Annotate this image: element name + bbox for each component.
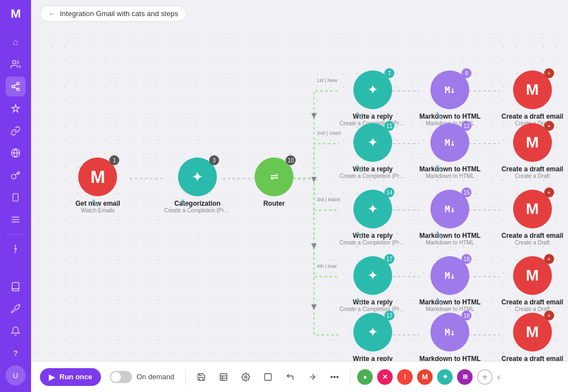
settings-icon-btn[interactable] (237, 368, 255, 386)
toolbar-ai-btn[interactable]: ✦ (437, 369, 453, 385)
node-markdown-12[interactable]: M↓ 12 Markdown to HTML Markdown to HTML … (419, 123, 481, 179)
toolbar-add-btn[interactable]: + (477, 369, 493, 385)
sidebar-item-magic[interactable] (6, 99, 26, 119)
node-write-reply-14[interactable]: ✦ 14 Write a reply Create a Completion (… (339, 190, 406, 246)
node-router[interactable]: ⇌ 10 Router (255, 157, 293, 207)
node-badge-get-email: 1 (109, 155, 119, 165)
toolbar-pink-btn[interactable]: ✕ (377, 369, 393, 385)
workflow-title: Integration Gmail with cats and steps (60, 9, 178, 18)
on-demand-toggle[interactable] (110, 371, 132, 383)
toolbar-purple-btn[interactable]: ⊞ (457, 369, 473, 385)
save-icon-btn[interactable] (192, 368, 210, 386)
node-badge-md-bot: 18 (462, 310, 471, 320)
node-write-reply-7[interactable]: ✦ 7 Write a reply Create a Completion (P… (339, 70, 406, 126)
node-draft-9[interactable]: M + Create a draft email Create a Draft (501, 70, 563, 126)
route-label-3: 3rd | Maint (315, 196, 342, 203)
svg-marker-32 (311, 304, 317, 310)
node-markdown-18[interactable]: M↓ 18 Markdown to HTML Markdown to HTML … (419, 256, 481, 312)
node-title-19: Create a draft email (501, 298, 563, 306)
node-icon-router: ⇌ 10 (255, 157, 293, 196)
node-subtitle-14: Create a Completion (Prompt) (GPT and o1… (339, 240, 406, 246)
undo-icon-btn[interactable] (281, 368, 299, 386)
toolbar-gmail-btn[interactable]: M (417, 369, 433, 385)
node-icon-markdown-12: M↓ 12 (430, 123, 469, 162)
node-draft-13[interactable]: M + Create a draft email Create a Draft (501, 123, 563, 179)
node-subtitle-13: Create a Draft (515, 173, 550, 179)
on-demand-label: On demand (136, 373, 174, 381)
run-once-label: Run once (59, 373, 92, 381)
run-once-button[interactable]: ▶ Run once (40, 368, 101, 386)
node-subtitle-15: Markdown to HTML (426, 240, 474, 246)
svg-point-3 (17, 88, 19, 91)
route-label-2: 2nd | Used (315, 130, 342, 136)
node-badge-19: + (544, 254, 554, 264)
workflow-canvas[interactable]: 1st | New 2nd | Used 3rd | Maint 4th | I… (31, 27, 568, 361)
node-write-reply-bot[interactable]: ✦ 17 Write a reply Create a Completion (… (339, 313, 406, 361)
svg-point-13 (15, 248, 17, 250)
node-title-router: Router (263, 200, 285, 207)
sidebar-item-people[interactable] (6, 54, 26, 74)
svg-point-0 (13, 60, 16, 64)
node-icon-write-reply-bot: ✦ 17 (353, 313, 392, 352)
frame-icon-btn[interactable] (259, 368, 277, 386)
sidebar-item-mobile[interactable] (6, 187, 26, 207)
node-badge-bot: 17 (384, 310, 394, 320)
node-get-email[interactable]: M 1 Get new email Watch Emails 🔧 (75, 157, 120, 213)
svg-point-37 (245, 376, 247, 378)
table-icon-btn[interactable] (215, 368, 232, 386)
node-title-9: Create a draft email (501, 113, 563, 120)
sidebar-item-book[interactable] (6, 277, 26, 297)
sidebar-item-connector[interactable] (6, 239, 26, 259)
sidebar-item-flows[interactable] (6, 77, 26, 96)
node-badge-8: 8 (462, 68, 471, 78)
node-title-md-bot: Markdown to HTML (419, 355, 481, 361)
node-subtitle-19: Create a Draft (515, 306, 550, 312)
node-draft-bot[interactable]: M + Create a draft email Create a Draft (501, 313, 563, 361)
wrench-get-email: 🔧 (91, 199, 99, 207)
node-badge-draft-bot: + (544, 310, 554, 320)
toggle-knob (111, 372, 121, 382)
back-button[interactable]: ← Integration Gmail with cats and steps (40, 6, 186, 22)
svg-line-5 (14, 84, 17, 86)
sidebar-item-key[interactable] (6, 165, 26, 185)
node-write-reply-17[interactable]: ✦ 17 Write a reply Create a Completion (… (339, 256, 406, 312)
node-markdown-8[interactable]: M↓ 8 Markdown to HTML Markdown to HTML 🔧 (419, 70, 481, 126)
node-categorization[interactable]: ✦ 3 Categorization Create a Completion (… (164, 157, 231, 213)
node-icon-markdown-18: M↓ 18 (430, 256, 469, 295)
node-subtitle-16: Create a Draft (515, 240, 550, 246)
auto-layout-btn[interactable] (303, 368, 321, 386)
sidebar-item-stack[interactable] (6, 210, 26, 230)
sidebar-item-help[interactable]: ? (6, 343, 26, 363)
node-markdown-15[interactable]: M↓ 15 Markdown to HTML Markdown to HTML … (419, 190, 481, 246)
node-title-bot: Write a reply (353, 355, 393, 361)
sidebar-item-rocket[interactable] (6, 299, 26, 319)
sidebar-item-globe[interactable] (6, 143, 26, 163)
node-icon-markdown-bot: M↓ 18 (430, 313, 469, 352)
toolbar-chevron-btn[interactable]: ‹ (497, 372, 500, 382)
app-logo: M (11, 7, 20, 21)
user-avatar[interactable]: U (6, 365, 26, 385)
sidebar-item-bell[interactable] (6, 321, 26, 341)
node-draft-16[interactable]: M + Create a draft email Create a Draft (501, 190, 563, 246)
node-icon-write-reply-14: ✦ 14 (353, 190, 392, 228)
toolbar-orange-btn[interactable]: ! (397, 369, 413, 385)
sidebar-item-home[interactable]: ⌂ (6, 32, 26, 52)
node-icon-draft-9: M + (513, 70, 552, 109)
node-markdown-bot[interactable]: M↓ 18 Markdown to HTML Markdown to HTML (419, 313, 481, 361)
sidebar-item-connections[interactable] (6, 121, 26, 141)
node-subtitle-12: Markdown to HTML (426, 173, 474, 179)
node-badge-11: 11 (384, 121, 394, 131)
node-draft-19[interactable]: M + Create a draft email Create a Draft (501, 256, 563, 312)
toolbar-green-btn[interactable]: ● (357, 369, 373, 385)
node-icon-draft-13: M + (513, 123, 552, 162)
node-icon-categorization: ✦ 3 (178, 157, 217, 196)
svg-line-4 (14, 87, 17, 89)
on-demand-toggle-wrap: On demand (110, 371, 174, 383)
back-icon: ← (48, 9, 55, 18)
svg-rect-33 (220, 374, 227, 380)
node-subtitle-17: Create a Completion (Prompt) (GPT and o1… (339, 306, 406, 312)
node-badge-categorization: 3 (209, 155, 219, 165)
node-write-reply-11[interactable]: ✦ 11 Write a reply Create a Completion (… (339, 123, 406, 179)
more-icon-btn[interactable]: ••• (326, 368, 343, 386)
router-arrows-icon: ⇌ (270, 171, 278, 183)
